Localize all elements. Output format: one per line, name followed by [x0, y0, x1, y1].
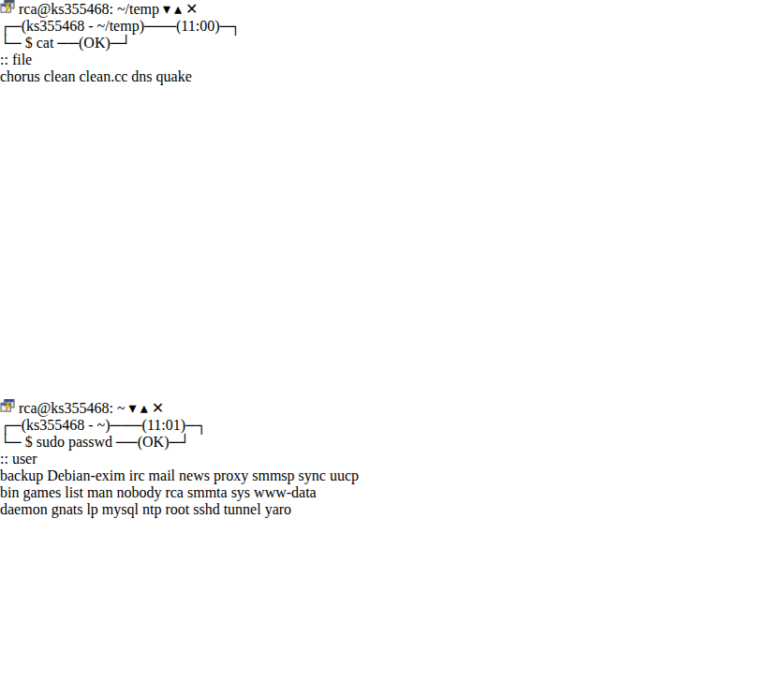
terminal-line: backup Debian-exim irc mail news proxy s…: [0, 467, 611, 484]
terminal-content[interactable]: ┌─(ks355468 - ~)───(11:01)─┐└─ $ sudo pa…: [0, 417, 611, 518]
close-button[interactable]: ✕: [185, 1, 198, 17]
terminal-line: bin games list man nobody rca smmta sys …: [0, 484, 611, 501]
terminal-line: daemon gnats lp mysql ntp root sshd tunn…: [0, 501, 611, 518]
window-title: rca@ks355468: ~: [19, 400, 126, 416]
window-title: rca@ks355468: ~/temp: [19, 1, 159, 17]
prompt-line-command: └─ $ cat ──(OK)─┘: [0, 35, 604, 52]
terminal-content[interactable]: ┌─(ks355468 - ~/temp)───(11:00)─┐└─ $ ca…: [0, 18, 604, 85]
terminal-line: chorus clean clean.cc dns quake: [0, 68, 604, 85]
putty-icon[interactable]: [0, 1, 19, 17]
prompt-line-top: ┌─(ks355468 - ~)───(11:01)─┐: [0, 417, 611, 434]
window-controls: ▾ ▴ ✕: [163, 1, 198, 17]
minimize-button[interactable]: ▾: [163, 1, 170, 17]
terminal-line: :: file: [0, 52, 604, 68]
maximize-button[interactable]: ▴: [174, 1, 182, 17]
maximize-button[interactable]: ▴: [141, 400, 148, 416]
desktop: rca@ks355468: ~/temp ▾ ▴ ✕ ┌─(ks355468 -…: [0, 0, 784, 682]
minimize-button[interactable]: ▾: [129, 400, 137, 416]
putty-icon[interactable]: [0, 400, 19, 416]
terminal-window[interactable]: rca@ks355468: ~ ▾ ▴ ✕ ┌─(ks355468 - ~)──…: [0, 399, 611, 682]
terminal-window[interactable]: rca@ks355468: ~/temp ▾ ▴ ✕ ┌─(ks355468 -…: [0, 0, 604, 399]
close-button[interactable]: ✕: [152, 400, 164, 416]
terminal-line: :: user: [0, 451, 611, 467]
window-controls: ▾ ▴ ✕: [129, 400, 164, 416]
window-titlebar[interactable]: rca@ks355468: ~/temp ▾ ▴ ✕: [0, 0, 604, 18]
prompt-line-top: ┌─(ks355468 - ~/temp)───(11:00)─┐: [0, 18, 604, 35]
window-titlebar[interactable]: rca@ks355468: ~ ▾ ▴ ✕: [0, 399, 611, 417]
prompt-line-command: └─ $ sudo passwd ──(OK)─┘: [0, 434, 611, 451]
